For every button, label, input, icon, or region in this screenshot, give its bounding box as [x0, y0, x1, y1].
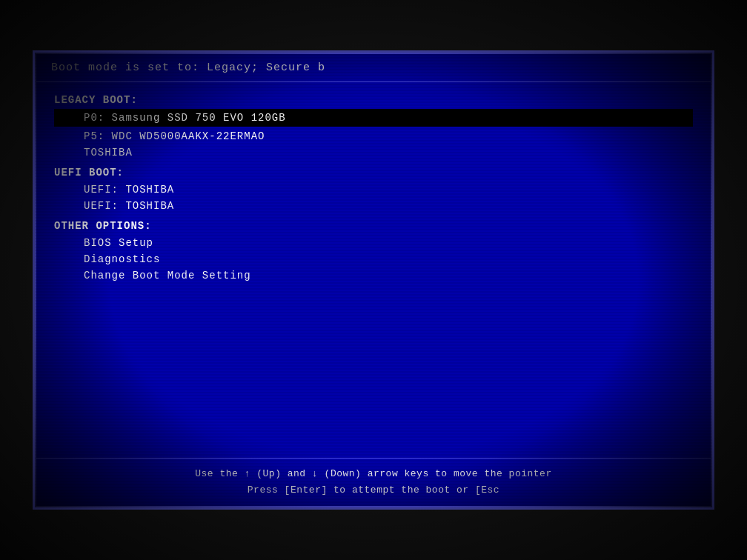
- boot-item-toshiba[interactable]: TOSHIBA: [54, 144, 693, 161]
- bios-screen: Boot mode is set to: Legacy; Secure b LE…: [33, 50, 714, 510]
- uefi-boot-section: UEFI BOOT: UEFI: TOSHIBA UEFI: TOSHIBA: [54, 167, 693, 214]
- uefi-boot-label: UEFI BOOT:: [54, 167, 693, 179]
- boot-item-p5[interactable]: P5: WDC WD5000AAKX-22ERMAO: [54, 128, 693, 144]
- footer-line2: Press [Enter] to attempt the boot or [Es…: [48, 482, 699, 499]
- other-options-label: OTHER OPTIONS:: [54, 220, 693, 232]
- bios-setup-item[interactable]: BIOS Setup: [54, 235, 693, 251]
- bios-container: Boot mode is set to: Legacy; Secure b LE…: [35, 53, 712, 507]
- header-bar: Boot mode is set to: Legacy; Secure b: [36, 54, 711, 82]
- change-boot-item[interactable]: Change Boot Mode Setting: [54, 267, 693, 284]
- selected-item-text: P0: Samsung SSD 750 EVO 120GB: [54, 112, 286, 124]
- selected-boot-item[interactable]: P0: Samsung SSD 750 EVO 120GB: [54, 109, 693, 127]
- uefi-toshiba-1[interactable]: UEFI: TOSHIBA: [54, 181, 693, 198]
- main-content: LEGACY BOOT: P0: Samsung SSD 750 EVO 120…: [36, 82, 711, 458]
- header-text: Boot mode is set to: Legacy; Secure b: [51, 61, 325, 74]
- diagnostics-item[interactable]: Diagnostics: [54, 251, 693, 267]
- footer-line1: Use the ↑ (Up) and ↓ (Down) arrow keys t…: [48, 466, 699, 482]
- other-options-section: OTHER OPTIONS: BIOS Setup Diagnostics Ch…: [54, 220, 693, 284]
- footer-bar: Use the ↑ (Up) and ↓ (Down) arrow keys t…: [36, 458, 711, 506]
- legacy-boot-section: LEGACY BOOT: P0: Samsung SSD 750 EVO 120…: [54, 94, 693, 161]
- uefi-toshiba-2[interactable]: UEFI: TOSHIBA: [54, 198, 693, 214]
- legacy-boot-label: LEGACY BOOT:: [54, 94, 693, 106]
